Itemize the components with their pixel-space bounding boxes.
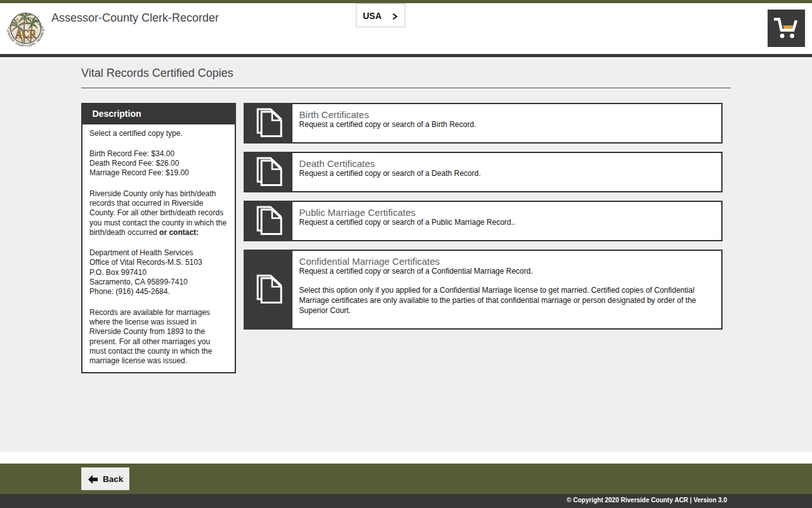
svg-text:ACR: ACR [15, 27, 36, 41]
